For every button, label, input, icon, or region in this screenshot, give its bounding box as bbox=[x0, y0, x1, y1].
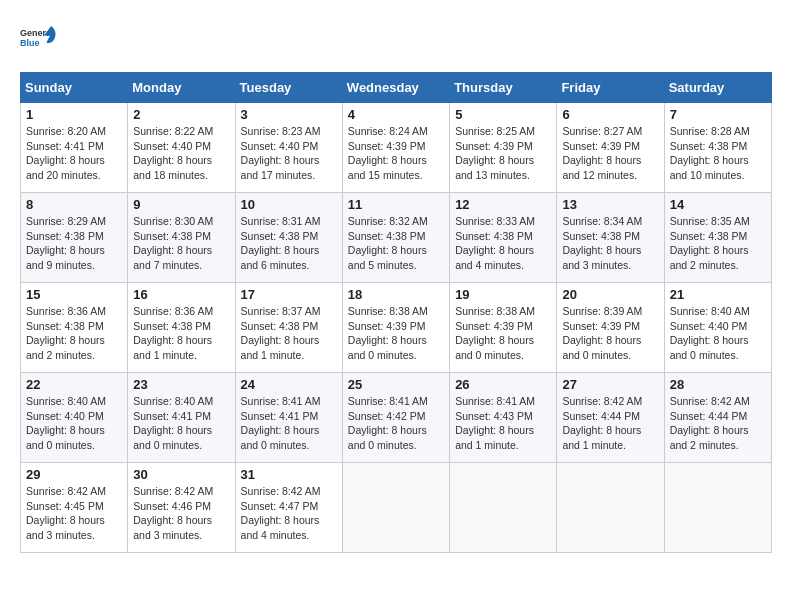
day-number: 2 bbox=[133, 107, 229, 122]
logo: General Blue bbox=[20, 20, 56, 56]
day-detail: Sunrise: 8:42 AM Sunset: 4:45 PM Dayligh… bbox=[26, 484, 122, 543]
day-number: 26 bbox=[455, 377, 551, 392]
day-number: 21 bbox=[670, 287, 766, 302]
calendar-week-4: 22 Sunrise: 8:40 AM Sunset: 4:40 PM Dayl… bbox=[21, 373, 772, 463]
weekday-header-thursday: Thursday bbox=[450, 73, 557, 103]
day-detail: Sunrise: 8:22 AM Sunset: 4:40 PM Dayligh… bbox=[133, 124, 229, 183]
day-number: 17 bbox=[241, 287, 337, 302]
calendar-cell bbox=[450, 463, 557, 553]
calendar-cell: 28 Sunrise: 8:42 AM Sunset: 4:44 PM Dayl… bbox=[664, 373, 771, 463]
page-header: General Blue bbox=[20, 20, 772, 56]
calendar-cell: 9 Sunrise: 8:30 AM Sunset: 4:38 PM Dayli… bbox=[128, 193, 235, 283]
weekday-header-saturday: Saturday bbox=[664, 73, 771, 103]
calendar-cell: 1 Sunrise: 8:20 AM Sunset: 4:41 PM Dayli… bbox=[21, 103, 128, 193]
day-number: 23 bbox=[133, 377, 229, 392]
day-detail: Sunrise: 8:38 AM Sunset: 4:39 PM Dayligh… bbox=[455, 304, 551, 363]
weekday-header-sunday: Sunday bbox=[21, 73, 128, 103]
day-detail: Sunrise: 8:37 AM Sunset: 4:38 PM Dayligh… bbox=[241, 304, 337, 363]
calendar-cell bbox=[342, 463, 449, 553]
day-detail: Sunrise: 8:40 AM Sunset: 4:41 PM Dayligh… bbox=[133, 394, 229, 453]
day-detail: Sunrise: 8:36 AM Sunset: 4:38 PM Dayligh… bbox=[133, 304, 229, 363]
day-number: 9 bbox=[133, 197, 229, 212]
calendar-cell: 13 Sunrise: 8:34 AM Sunset: 4:38 PM Dayl… bbox=[557, 193, 664, 283]
day-number: 4 bbox=[348, 107, 444, 122]
day-detail: Sunrise: 8:42 AM Sunset: 4:44 PM Dayligh… bbox=[670, 394, 766, 453]
day-number: 30 bbox=[133, 467, 229, 482]
day-detail: Sunrise: 8:38 AM Sunset: 4:39 PM Dayligh… bbox=[348, 304, 444, 363]
day-detail: Sunrise: 8:40 AM Sunset: 4:40 PM Dayligh… bbox=[26, 394, 122, 453]
day-number: 28 bbox=[670, 377, 766, 392]
calendar-week-2: 8 Sunrise: 8:29 AM Sunset: 4:38 PM Dayli… bbox=[21, 193, 772, 283]
calendar-cell: 10 Sunrise: 8:31 AM Sunset: 4:38 PM Dayl… bbox=[235, 193, 342, 283]
day-detail: Sunrise: 8:28 AM Sunset: 4:38 PM Dayligh… bbox=[670, 124, 766, 183]
day-detail: Sunrise: 8:42 AM Sunset: 4:44 PM Dayligh… bbox=[562, 394, 658, 453]
day-number: 13 bbox=[562, 197, 658, 212]
day-detail: Sunrise: 8:42 AM Sunset: 4:46 PM Dayligh… bbox=[133, 484, 229, 543]
calendar-cell: 11 Sunrise: 8:32 AM Sunset: 4:38 PM Dayl… bbox=[342, 193, 449, 283]
calendar-cell: 14 Sunrise: 8:35 AM Sunset: 4:38 PM Dayl… bbox=[664, 193, 771, 283]
calendar-cell: 29 Sunrise: 8:42 AM Sunset: 4:45 PM Dayl… bbox=[21, 463, 128, 553]
day-number: 14 bbox=[670, 197, 766, 212]
calendar-table: SundayMondayTuesdayWednesdayThursdayFrid… bbox=[20, 72, 772, 553]
calendar-cell: 20 Sunrise: 8:39 AM Sunset: 4:39 PM Dayl… bbox=[557, 283, 664, 373]
day-number: 11 bbox=[348, 197, 444, 212]
calendar-week-3: 15 Sunrise: 8:36 AM Sunset: 4:38 PM Dayl… bbox=[21, 283, 772, 373]
weekday-header-wednesday: Wednesday bbox=[342, 73, 449, 103]
day-detail: Sunrise: 8:27 AM Sunset: 4:39 PM Dayligh… bbox=[562, 124, 658, 183]
calendar-cell: 12 Sunrise: 8:33 AM Sunset: 4:38 PM Dayl… bbox=[450, 193, 557, 283]
weekday-header-monday: Monday bbox=[128, 73, 235, 103]
day-number: 6 bbox=[562, 107, 658, 122]
day-detail: Sunrise: 8:33 AM Sunset: 4:38 PM Dayligh… bbox=[455, 214, 551, 273]
day-detail: Sunrise: 8:31 AM Sunset: 4:38 PM Dayligh… bbox=[241, 214, 337, 273]
day-number: 5 bbox=[455, 107, 551, 122]
day-number: 10 bbox=[241, 197, 337, 212]
calendar-cell: 2 Sunrise: 8:22 AM Sunset: 4:40 PM Dayli… bbox=[128, 103, 235, 193]
day-detail: Sunrise: 8:20 AM Sunset: 4:41 PM Dayligh… bbox=[26, 124, 122, 183]
calendar-cell: 6 Sunrise: 8:27 AM Sunset: 4:39 PM Dayli… bbox=[557, 103, 664, 193]
day-detail: Sunrise: 8:40 AM Sunset: 4:40 PM Dayligh… bbox=[670, 304, 766, 363]
calendar-cell: 15 Sunrise: 8:36 AM Sunset: 4:38 PM Dayl… bbox=[21, 283, 128, 373]
calendar-cell: 3 Sunrise: 8:23 AM Sunset: 4:40 PM Dayli… bbox=[235, 103, 342, 193]
day-detail: Sunrise: 8:24 AM Sunset: 4:39 PM Dayligh… bbox=[348, 124, 444, 183]
day-number: 20 bbox=[562, 287, 658, 302]
calendar-cell: 27 Sunrise: 8:42 AM Sunset: 4:44 PM Dayl… bbox=[557, 373, 664, 463]
calendar-week-1: 1 Sunrise: 8:20 AM Sunset: 4:41 PM Dayli… bbox=[21, 103, 772, 193]
day-detail: Sunrise: 8:30 AM Sunset: 4:38 PM Dayligh… bbox=[133, 214, 229, 273]
day-number: 19 bbox=[455, 287, 551, 302]
day-detail: Sunrise: 8:34 AM Sunset: 4:38 PM Dayligh… bbox=[562, 214, 658, 273]
calendar-cell: 30 Sunrise: 8:42 AM Sunset: 4:46 PM Dayl… bbox=[128, 463, 235, 553]
day-number: 8 bbox=[26, 197, 122, 212]
calendar-cell: 24 Sunrise: 8:41 AM Sunset: 4:41 PM Dayl… bbox=[235, 373, 342, 463]
day-number: 7 bbox=[670, 107, 766, 122]
day-number: 22 bbox=[26, 377, 122, 392]
calendar-cell: 4 Sunrise: 8:24 AM Sunset: 4:39 PM Dayli… bbox=[342, 103, 449, 193]
calendar-cell bbox=[664, 463, 771, 553]
day-detail: Sunrise: 8:29 AM Sunset: 4:38 PM Dayligh… bbox=[26, 214, 122, 273]
day-detail: Sunrise: 8:32 AM Sunset: 4:38 PM Dayligh… bbox=[348, 214, 444, 273]
calendar-cell: 23 Sunrise: 8:40 AM Sunset: 4:41 PM Dayl… bbox=[128, 373, 235, 463]
calendar-cell: 17 Sunrise: 8:37 AM Sunset: 4:38 PM Dayl… bbox=[235, 283, 342, 373]
calendar-cell bbox=[557, 463, 664, 553]
day-number: 12 bbox=[455, 197, 551, 212]
day-detail: Sunrise: 8:41 AM Sunset: 4:43 PM Dayligh… bbox=[455, 394, 551, 453]
day-number: 1 bbox=[26, 107, 122, 122]
day-detail: Sunrise: 8:35 AM Sunset: 4:38 PM Dayligh… bbox=[670, 214, 766, 273]
day-number: 16 bbox=[133, 287, 229, 302]
day-number: 29 bbox=[26, 467, 122, 482]
calendar-header-row: SundayMondayTuesdayWednesdayThursdayFrid… bbox=[21, 73, 772, 103]
calendar-cell: 16 Sunrise: 8:36 AM Sunset: 4:38 PM Dayl… bbox=[128, 283, 235, 373]
day-number: 18 bbox=[348, 287, 444, 302]
calendar-cell: 22 Sunrise: 8:40 AM Sunset: 4:40 PM Dayl… bbox=[21, 373, 128, 463]
day-detail: Sunrise: 8:41 AM Sunset: 4:41 PM Dayligh… bbox=[241, 394, 337, 453]
day-detail: Sunrise: 8:25 AM Sunset: 4:39 PM Dayligh… bbox=[455, 124, 551, 183]
day-detail: Sunrise: 8:36 AM Sunset: 4:38 PM Dayligh… bbox=[26, 304, 122, 363]
day-number: 3 bbox=[241, 107, 337, 122]
day-number: 15 bbox=[26, 287, 122, 302]
day-detail: Sunrise: 8:39 AM Sunset: 4:39 PM Dayligh… bbox=[562, 304, 658, 363]
day-number: 31 bbox=[241, 467, 337, 482]
calendar-cell: 7 Sunrise: 8:28 AM Sunset: 4:38 PM Dayli… bbox=[664, 103, 771, 193]
calendar-cell: 26 Sunrise: 8:41 AM Sunset: 4:43 PM Dayl… bbox=[450, 373, 557, 463]
day-number: 25 bbox=[348, 377, 444, 392]
day-detail: Sunrise: 8:41 AM Sunset: 4:42 PM Dayligh… bbox=[348, 394, 444, 453]
calendar-cell: 5 Sunrise: 8:25 AM Sunset: 4:39 PM Dayli… bbox=[450, 103, 557, 193]
